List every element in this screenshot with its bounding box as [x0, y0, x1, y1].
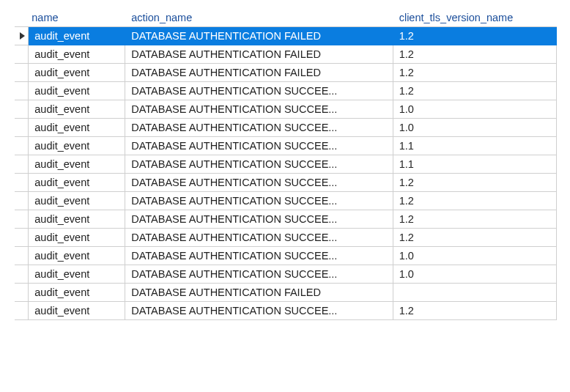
row-selector-gutter[interactable]	[15, 210, 29, 229]
cell-tls[interactable]: 1.0	[393, 247, 556, 265]
cell-name[interactable]: audit_event	[29, 302, 125, 320]
current-row-indicator-icon	[20, 32, 25, 40]
cell-tls[interactable]: 1.2	[393, 302, 556, 320]
cell-tls[interactable]: 1.2	[393, 27, 556, 45]
row-selector-gutter[interactable]	[15, 119, 29, 137]
row-selector-gutter[interactable]	[15, 27, 29, 45]
cell-action[interactable]: DATABASE AUTHENTICATION SUCCEE...	[125, 100, 393, 119]
row-selector-gutter[interactable]	[15, 265, 29, 284]
row-selector-gutter[interactable]	[15, 174, 29, 192]
table-row[interactable]: audit_eventDATABASE AUTHENTICATION SUCCE…	[15, 210, 557, 229]
column-header-action[interactable]: action_name	[125, 7, 393, 27]
cell-action[interactable]: DATABASE AUTHENTICATION SUCCEE...	[125, 174, 393, 192]
table-row[interactable]: audit_eventDATABASE AUTHENTICATION SUCCE…	[15, 265, 557, 284]
table-row[interactable]: audit_eventDATABASE AUTHENTICATION FAILE…	[15, 284, 557, 302]
table-row[interactable]: audit_eventDATABASE AUTHENTICATION SUCCE…	[15, 192, 557, 210]
cell-name[interactable]: audit_event	[29, 82, 125, 100]
row-selector-gutter[interactable]	[15, 137, 29, 155]
cell-name[interactable]: audit_event	[29, 265, 125, 284]
cell-tls[interactable]: 1.2	[393, 82, 556, 100]
row-selector-gutter[interactable]	[15, 82, 29, 100]
results-grid[interactable]: name action_name client_tls_version_name…	[15, 7, 557, 320]
row-selector-gutter[interactable]	[15, 284, 29, 302]
table-row[interactable]: audit_eventDATABASE AUTHENTICATION SUCCE…	[15, 302, 557, 320]
cell-tls[interactable]: 1.2	[393, 192, 556, 210]
cell-action[interactable]: DATABASE AUTHENTICATION SUCCEE...	[125, 119, 393, 137]
cell-action[interactable]: DATABASE AUTHENTICATION SUCCEE...	[125, 82, 393, 100]
cell-tls[interactable]	[393, 284, 556, 302]
row-selector-gutter[interactable]	[15, 247, 29, 265]
cell-name[interactable]: audit_event	[29, 229, 125, 247]
cell-name[interactable]: audit_event	[29, 27, 125, 45]
cell-name[interactable]: audit_event	[29, 284, 125, 302]
cell-name[interactable]: audit_event	[29, 155, 125, 174]
cell-action[interactable]: DATABASE AUTHENTICATION FAILED	[125, 64, 393, 82]
cell-tls[interactable]: 1.2	[393, 229, 556, 247]
cell-tls[interactable]: 1.0	[393, 265, 556, 284]
cell-action[interactable]: DATABASE AUTHENTICATION FAILED	[125, 45, 393, 64]
cell-name[interactable]: audit_event	[29, 119, 125, 137]
cell-name[interactable]: audit_event	[29, 100, 125, 119]
cell-tls[interactable]: 1.1	[393, 155, 556, 174]
cell-action[interactable]: DATABASE AUTHENTICATION SUCCEE...	[125, 192, 393, 210]
table-row[interactable]: audit_eventDATABASE AUTHENTICATION FAILE…	[15, 45, 557, 64]
row-selector-gutter[interactable]	[15, 192, 29, 210]
cell-tls[interactable]: 1.0	[393, 119, 556, 137]
cell-tls[interactable]: 1.2	[393, 210, 556, 229]
cell-action[interactable]: DATABASE AUTHENTICATION SUCCEE...	[125, 229, 393, 247]
cell-action[interactable]: DATABASE AUTHENTICATION SUCCEE...	[125, 265, 393, 284]
table-row[interactable]: audit_eventDATABASE AUTHENTICATION SUCCE…	[15, 174, 557, 192]
row-selector-gutter-header	[15, 7, 29, 27]
row-selector-gutter[interactable]	[15, 100, 29, 119]
cell-tls[interactable]: 1.0	[393, 100, 556, 119]
cell-action[interactable]: DATABASE AUTHENTICATION SUCCEE...	[125, 247, 393, 265]
table-row[interactable]: audit_eventDATABASE AUTHENTICATION SUCCE…	[15, 82, 557, 100]
row-selector-gutter[interactable]	[15, 45, 29, 64]
cell-name[interactable]: audit_event	[29, 137, 125, 155]
cell-tls[interactable]: 1.2	[393, 45, 556, 64]
cell-name[interactable]: audit_event	[29, 247, 125, 265]
row-selector-gutter[interactable]	[15, 155, 29, 174]
row-selector-gutter[interactable]	[15, 64, 29, 82]
row-selector-gutter[interactable]	[15, 302, 29, 320]
table-row[interactable]: audit_eventDATABASE AUTHENTICATION FAILE…	[15, 64, 557, 82]
cell-name[interactable]: audit_event	[29, 192, 125, 210]
cell-action[interactable]: DATABASE AUTHENTICATION FAILED	[125, 284, 393, 302]
cell-tls[interactable]: 1.2	[393, 64, 556, 82]
table-row[interactable]: audit_eventDATABASE AUTHENTICATION SUCCE…	[15, 100, 557, 119]
cell-tls[interactable]: 1.2	[393, 174, 556, 192]
cell-action[interactable]: DATABASE AUTHENTICATION SUCCEE...	[125, 155, 393, 174]
cell-action[interactable]: DATABASE AUTHENTICATION SUCCEE...	[125, 137, 393, 155]
cell-name[interactable]: audit_event	[29, 210, 125, 229]
table-row[interactable]: audit_eventDATABASE AUTHENTICATION SUCCE…	[15, 119, 557, 137]
cell-action[interactable]: DATABASE AUTHENTICATION FAILED	[125, 27, 393, 45]
table-row[interactable]: audit_eventDATABASE AUTHENTICATION SUCCE…	[15, 155, 557, 174]
cell-tls[interactable]: 1.1	[393, 137, 556, 155]
row-selector-gutter[interactable]	[15, 229, 29, 247]
table-row[interactable]: audit_eventDATABASE AUTHENTICATION SUCCE…	[15, 229, 557, 247]
cell-name[interactable]: audit_event	[29, 45, 125, 64]
column-header-name[interactable]: name	[29, 7, 125, 27]
table-row[interactable]: audit_eventDATABASE AUTHENTICATION SUCCE…	[15, 137, 557, 155]
table-row[interactable]: audit_eventDATABASE AUTHENTICATION FAILE…	[15, 27, 557, 45]
column-header-row: name action_name client_tls_version_name	[15, 7, 557, 27]
cell-action[interactable]: DATABASE AUTHENTICATION SUCCEE...	[125, 210, 393, 229]
column-header-tls[interactable]: client_tls_version_name	[393, 7, 556, 27]
cell-name[interactable]: audit_event	[29, 174, 125, 192]
table-row[interactable]: audit_eventDATABASE AUTHENTICATION SUCCE…	[15, 247, 557, 265]
cell-name[interactable]: audit_event	[29, 64, 125, 82]
cell-action[interactable]: DATABASE AUTHENTICATION SUCCEE...	[125, 302, 393, 320]
